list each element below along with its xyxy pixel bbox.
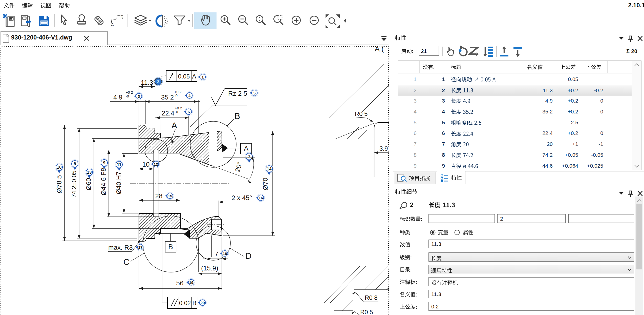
- svg-text:0.05: 0.05: [178, 73, 190, 80]
- svg-text:A: A: [171, 121, 177, 130]
- svg-text:11: 11: [117, 162, 121, 167]
- svg-text:9: 9: [103, 161, 105, 165]
- svg-text:10: 10: [57, 165, 62, 170]
- svg-text:-0: -0: [126, 94, 129, 98]
- svg-text:Rz 2 5: Rz 2 5: [228, 90, 247, 97]
- svg-text:4 9: 4 9: [113, 93, 122, 101]
- svg-text:1: 1: [202, 75, 204, 79]
- svg-text:B: B: [168, 243, 173, 251]
- svg-text:C: C: [123, 257, 130, 267]
- svg-text:8: 8: [74, 162, 76, 166]
- svg-text:11.3: 11.3: [141, 79, 153, 86]
- svg-text:Ø44 6 F8: Ø44 6 F8: [100, 168, 107, 195]
- svg-text:0 02: 0 02: [179, 300, 191, 306]
- svg-text:20°: 20°: [233, 161, 244, 173]
- svg-text:Ø78 5: Ø78 5: [55, 175, 63, 193]
- svg-text:16: 16: [259, 196, 263, 200]
- svg-text:56: 56: [176, 279, 184, 287]
- svg-text:-0: -0: [175, 110, 178, 114]
- svg-text:R0 8: R0 8: [365, 294, 378, 301]
- svg-text:22.4: 22.4: [162, 109, 175, 117]
- svg-text:15: 15: [168, 194, 172, 198]
- svg-text:-0: -0: [174, 94, 178, 98]
- svg-text:6: 6: [188, 110, 190, 114]
- svg-text:(15.9): (15.9): [201, 264, 218, 272]
- svg-text:13: 13: [87, 170, 92, 175]
- svg-text:Ø60: Ø60: [85, 178, 92, 190]
- svg-text:20: 20: [200, 301, 205, 305]
- svg-text:18: 18: [223, 251, 227, 256]
- svg-text:28: 28: [155, 192, 163, 200]
- svg-text:+0 2: +0 2: [175, 106, 182, 110]
- svg-text:7: 7: [248, 154, 250, 159]
- svg-text:+0.2: +0.2: [174, 90, 182, 94]
- svg-text:R0 5: R0 5: [360, 309, 373, 315]
- svg-text:D: D: [245, 251, 252, 261]
- svg-text:35 2: 35 2: [161, 93, 174, 101]
- svg-text:B: B: [234, 111, 240, 121]
- svg-text:3: 3: [138, 94, 140, 99]
- svg-text:A: A: [244, 145, 249, 152]
- svg-text:74.2±0 05: 74.2±0 05: [71, 171, 77, 198]
- svg-text:7: 7: [215, 250, 218, 258]
- svg-text:19: 19: [189, 280, 194, 285]
- svg-text:5: 5: [253, 91, 256, 95]
- svg-text:4: 4: [188, 93, 191, 98]
- svg-text:Ø70: Ø70: [262, 178, 269, 190]
- svg-text:Ø40 H7: Ø40 H7: [115, 171, 122, 194]
- svg-text:max. R3: max. R3: [108, 244, 133, 251]
- svg-text:B: B: [192, 300, 196, 306]
- svg-text:14: 14: [267, 167, 272, 171]
- svg-text:12: 12: [154, 162, 158, 166]
- svg-text:2 x 45°: 2 x 45°: [231, 194, 252, 202]
- svg-text:R0 5: R0 5: [355, 110, 368, 117]
- svg-text:A: A: [192, 73, 196, 80]
- svg-text:+0 2: +0 2: [126, 90, 133, 94]
- svg-text:10: 10: [142, 161, 150, 168]
- svg-text:2: 2: [157, 79, 159, 84]
- svg-text:A (: A (: [375, 45, 384, 53]
- svg-text:3.9: 3.9: [379, 145, 388, 152]
